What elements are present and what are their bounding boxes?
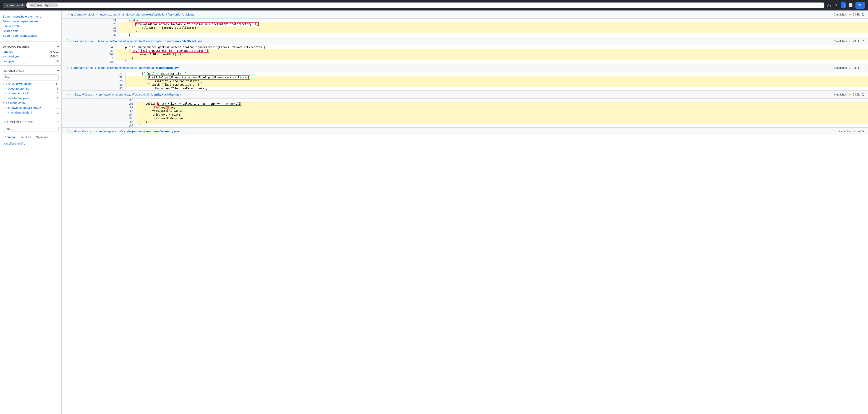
- watch-icon[interactable]: ⊙: [861, 12, 864, 16]
- file-icon: 📄: [65, 66, 69, 70]
- result-path-row: 📄 ○ alibaba/fastjson › src/test/java/com…: [65, 130, 180, 133]
- table-row: 86 return IoUtil.readUtf8(in);: [62, 53, 868, 56]
- query-pill[interactable]: try(...){...}: [44, 3, 58, 7]
- repo-path-link[interactable]: alibaba/fastjson: [73, 130, 94, 133]
- case-sensitive-btn[interactable]: Aa: [826, 2, 832, 8]
- repo-count: 1: [57, 101, 59, 105]
- repo-path-link[interactable]: dromara/hutool: [74, 13, 94, 16]
- filter-archived-count: 152042: [50, 55, 59, 58]
- link-find-symbol[interactable]: Find a symbol: [3, 24, 59, 29]
- repo-count: 1: [57, 111, 59, 114]
- table-row: 77 if (null != manifestFile) {: [62, 72, 868, 76]
- table-row: 81 throw new IORuntimeException(e);: [62, 87, 868, 90]
- repo-row: r: ○ Anuken/Mindustry 17: [0, 81, 61, 86]
- matches-count: 3 matches: [834, 66, 846, 70]
- tab-operators[interactable]: Operators: [34, 135, 50, 140]
- multiline-btn[interactable]: ⬜: [847, 2, 854, 8]
- filename-link[interactable]: ValidationUtil.java: [168, 13, 194, 16]
- repo-link[interactable]: r: ○ Anuken/Mindustry: [3, 82, 31, 85]
- type-filter[interactable]: type:diff/commit/...: [0, 141, 61, 146]
- link-repos-by-org[interactable]: Search repos by org or name: [3, 14, 59, 19]
- repo-link[interactable]: r: ○ eugenp/tutorials: [3, 87, 29, 90]
- table-row: 88 }: [62, 60, 868, 64]
- chevron-down-icon-repos: ▾: [57, 69, 59, 72]
- link-repo-dependencies[interactable]: Search repo dependencies: [3, 19, 59, 24]
- watch-icon[interactable]: ⊙: [861, 66, 864, 70]
- matches-count: 3 matches: [834, 40, 846, 43]
- repo-link[interactable]: r: ○ brettwooldridge/HikariCP: [3, 106, 41, 109]
- top-bar: context:global lang:Java try(...){...} A…: [0, 0, 868, 10]
- filter-lang-key[interactable]: lang:java: [3, 60, 14, 63]
- star-count: 23.3k: [853, 13, 860, 16]
- repo-icon: ○: [70, 66, 72, 70]
- search-button[interactable]: 🔍: [856, 2, 865, 9]
- star-count: 24.6k: [858, 130, 864, 133]
- repo-path-link[interactable]: dromara/hutool: [73, 66, 93, 70]
- repositories-header: REPOSITORIES ▾: [0, 67, 61, 73]
- matches-count: 3 matches: [834, 13, 846, 16]
- tab-common[interactable]: Common: [3, 135, 18, 140]
- filename-link[interactable]: ManifestUtil.java: [156, 66, 180, 70]
- search-ref-input[interactable]: [3, 126, 59, 132]
- table-row: 80 } catch (final IOException e) {: [62, 83, 868, 87]
- file-icon: 📄: [65, 13, 69, 16]
- repo-count: 1: [57, 106, 59, 109]
- filter-archived: archived:yes 152042: [0, 54, 61, 59]
- path-link[interactable]: src/main/java/com/alibaba/fastjson/util/: [99, 93, 150, 96]
- result-meta: 2 matches ★ 24.6k: [839, 130, 864, 133]
- table-row: 29 try(ValidatorFactory factory = Valida…: [62, 22, 868, 26]
- repo-path-link[interactable]: dromara/hutool: [73, 39, 93, 43]
- results-panel: 📄 ◀ dromara/hutool › hutool-extra/src/ma…: [62, 10, 868, 414]
- repo-count: 17: [56, 82, 59, 85]
- tab-all-filters[interactable]: All filters: [19, 135, 33, 140]
- result-block: 📄 ◀ dromara/hutool › hutool-extra/src/ma…: [62, 10, 868, 37]
- chevron-down-icon: ▾: [57, 45, 59, 48]
- watch-icon[interactable]: ⊙: [861, 92, 864, 97]
- repo-link[interactable]: r: ○ mybatis/mybatis-3: [3, 111, 32, 114]
- table-row: 101 public Entry(K key, V value, int has…: [62, 102, 868, 106]
- repo-count: 5: [57, 87, 59, 90]
- matches-count: 2 matches: [839, 130, 851, 133]
- filename-link[interactable]: JavaSourceFileObject.java: [165, 39, 203, 43]
- result-meta: 3 matches ★ 23.3k ⊙: [834, 39, 864, 43]
- repo-link[interactable]: r: ○ alibaba/canal: [3, 101, 26, 105]
- table-row: 100: [62, 99, 868, 102]
- link-search-diffs[interactable]: Search diffs: [3, 29, 59, 33]
- code-table: 100 101 public Entry(K key, V value, int…: [62, 99, 868, 128]
- result-path-row: 📄 ○ dromara/hutool › hutool-core/src/mai…: [65, 66, 179, 70]
- search-input[interactable]: [59, 4, 822, 7]
- repo-search-input[interactable]: [3, 74, 59, 80]
- table-row: 31 }: [62, 30, 868, 33]
- filter-archived-key[interactable]: archived:yes: [3, 55, 20, 58]
- repo-row: r: ○ brettwooldridge/HikariCP 1: [0, 105, 61, 110]
- regex-btn[interactable]: ✳: [834, 2, 839, 8]
- table-row: 103 this.value = value;: [62, 109, 868, 113]
- path-link[interactable]: hutool-core/src/main/java/cn/hutool/core…: [98, 39, 164, 43]
- star-count: 23.3k: [853, 40, 860, 43]
- filter-lang-count: 30: [56, 60, 59, 63]
- path-link[interactable]: hutool-extra/src/main/java/cn/hutool/ext…: [99, 13, 167, 16]
- exact-match-btn[interactable]: ⬚: [841, 2, 846, 8]
- table-row: 85 try(final InputStream in = openInputS…: [62, 49, 868, 53]
- quick-links-section: Search repos by org or name Search repo …: [0, 13, 61, 39]
- filename-link[interactable]: IdentityHashMap.java: [151, 93, 181, 96]
- lang-pill[interactable]: lang:Java: [29, 3, 43, 7]
- match-highlight: Entry(K key, V value, int hash, Entry<K,…: [157, 102, 241, 106]
- result-block: 📄 ○ alibaba/fastjson › src/test/java/com…: [62, 128, 868, 135]
- link-search-commits[interactable]: Search commit messages: [3, 33, 59, 38]
- repo-link[interactable]: r: ○ alibaba/fastjson: [3, 97, 29, 100]
- table-row: 84 public CharSequence getCharContent(bo…: [62, 45, 868, 49]
- path-link[interactable]: hutool-core/src/main/java/cn/hutool/core…: [98, 66, 155, 70]
- repo-count: 2: [57, 97, 59, 100]
- filename-link[interactable]: VansGeometry.java: [152, 130, 180, 133]
- repo-path-link[interactable]: alibaba/fastjson: [73, 93, 94, 96]
- repo-link[interactable]: r: ○ dromara/hutool: [3, 92, 28, 95]
- search-bar[interactable]: lang:Java try(...){...}: [27, 2, 824, 8]
- repo-row: r: ○ alibaba/fastjson 2: [0, 96, 61, 101]
- table-row: 28 static {: [62, 19, 868, 22]
- dynamic-filters-header: DYNAMIC FILTERS ▾: [0, 43, 61, 49]
- path-link[interactable]: src/test/java/com/alibaba/json/test/vans…: [99, 130, 151, 133]
- result-header: 📄 ○ alibaba/fastjson › src/main/java/com…: [62, 91, 868, 99]
- watch-icon[interactable]: ⊙: [861, 39, 864, 43]
- filter-fork-key[interactable]: fork:yes: [3, 50, 13, 53]
